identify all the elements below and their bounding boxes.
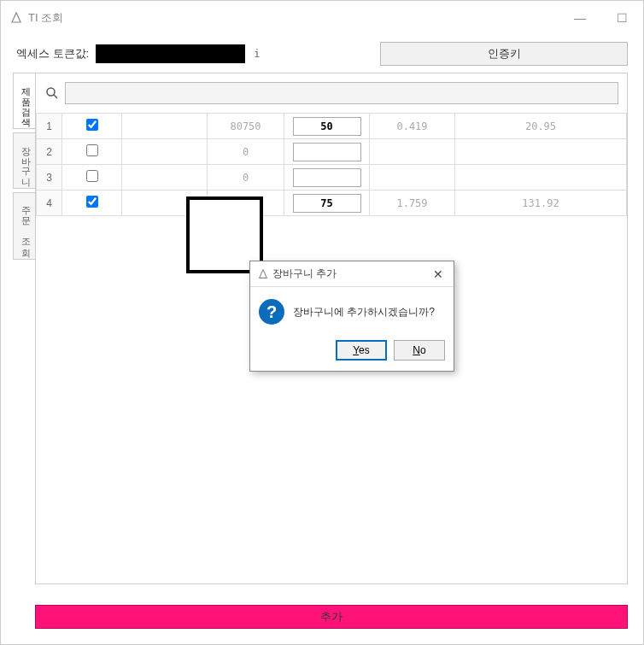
row-unit-value: 0.419 <box>370 114 455 139</box>
search-icon <box>44 86 60 100</box>
dialog-title: 장바구니 추가 <box>272 267 430 281</box>
svg-point-0 <box>47 88 55 96</box>
row-unit-value: 1.759 <box>370 191 455 216</box>
product-grid: 1807500.41920.952030424891.759131.92 <box>36 113 627 216</box>
token-value-redacted <box>96 44 245 63</box>
dialog-message: 장바구니에 추가하시겠습니까? <box>293 305 435 320</box>
row-unit-value <box>370 165 455 191</box>
row-image-cell <box>122 165 208 191</box>
row-number: 2 <box>37 139 62 165</box>
row-checkbox[interactable] <box>86 196 98 208</box>
titlebar: TI 조회 — ☐ <box>1 1 643 35</box>
add-button[interactable]: 추가 <box>35 605 628 629</box>
token-label: 엑세스 토큰값: <box>16 46 89 62</box>
table-row: 20 <box>37 139 627 165</box>
row-total <box>455 139 627 165</box>
row-qty-input[interactable] <box>293 194 361 213</box>
row-checkbox[interactable] <box>86 119 98 131</box>
row-image-cell <box>122 114 208 139</box>
tab-cart[interactable]: 장바구니 <box>13 132 35 189</box>
search-input[interactable] <box>65 82 618 104</box>
row-number: 1 <box>37 114 62 139</box>
table-row: 424891.759131.92 <box>37 191 627 216</box>
sidebar-tabs: 제품검색 장바구니 주문 조회 <box>13 73 35 584</box>
row-total <box>455 165 627 191</box>
auth-key-button[interactable]: 인증키 <box>380 42 628 66</box>
maximize-button[interactable]: ☐ <box>610 8 635 28</box>
row-code: 0 <box>208 139 284 165</box>
tab-order-inquiry[interactable]: 주문 조회 <box>13 192 35 260</box>
row-total: 131.92 <box>455 191 627 216</box>
svg-line-1 <box>54 95 57 98</box>
row-checkbox[interactable] <box>86 144 98 156</box>
minimize-button[interactable]: — <box>567 8 593 28</box>
row-image-cell <box>122 139 208 165</box>
row-qty-input[interactable] <box>293 143 361 161</box>
tab-product-search[interactable]: 제품검색 <box>13 73 35 129</box>
app-icon <box>9 11 23 25</box>
row-qty-input[interactable] <box>293 117 361 136</box>
token-suffix: i <box>254 48 260 60</box>
row-number: 3 <box>37 165 62 191</box>
row-checkbox[interactable] <box>86 170 98 182</box>
table-row: 1807500.41920.95 <box>37 114 627 139</box>
row-unit-value <box>370 139 455 165</box>
row-total: 20.95 <box>455 114 627 139</box>
row-code: 0 <box>208 165 284 191</box>
dialog-no-button[interactable]: No <box>394 340 445 361</box>
window-title: TI 조회 <box>28 10 567 26</box>
dialog-close-button[interactable]: ✕ <box>430 266 447 283</box>
row-code: 80750 <box>208 114 284 139</box>
dialog-app-icon <box>257 268 269 280</box>
row-number: 4 <box>37 191 62 216</box>
confirm-dialog: 장바구니 추가 ✕ ? 장바구니에 추가하시겠습니까? Yes No <box>249 261 454 372</box>
table-row: 30 <box>37 165 627 191</box>
toolbar: 엑세스 토큰값: i 인증키 <box>1 35 643 73</box>
dialog-yes-button[interactable]: Yes <box>336 340 387 361</box>
question-icon: ? <box>259 299 284 325</box>
row-qty-input[interactable] <box>293 168 361 187</box>
